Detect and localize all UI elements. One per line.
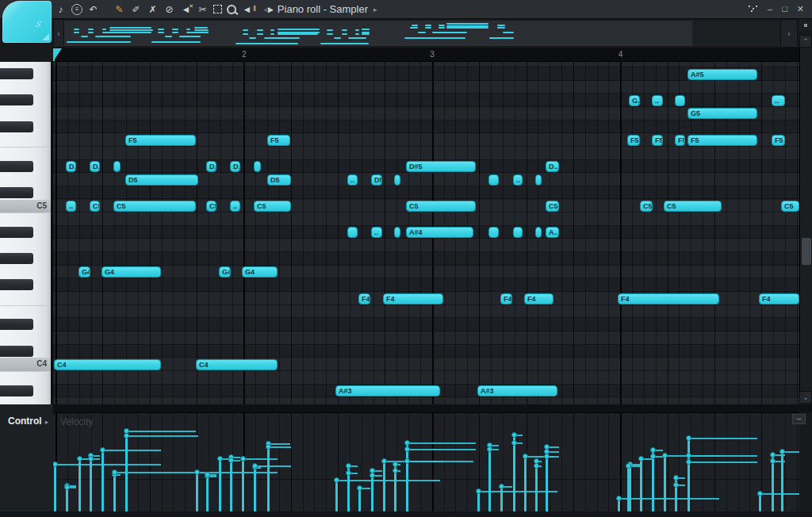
midi-note[interactable]: G4 xyxy=(219,266,231,278)
midi-note[interactable]: F4 xyxy=(618,293,719,304)
midi-note[interactable]: F5 xyxy=(267,135,290,146)
velocity-stem[interactable] xyxy=(688,437,690,511)
midi-note[interactable]: C5 xyxy=(664,201,722,212)
velocity-knob[interactable] xyxy=(64,484,70,490)
velocity-stem[interactable] xyxy=(664,454,666,511)
velocity-knob[interactable] xyxy=(346,470,351,476)
midi-note[interactable]: F4 xyxy=(524,293,553,304)
velocity-knob[interactable] xyxy=(662,453,668,458)
panel-divider[interactable] xyxy=(0,404,812,412)
midi-note[interactable]: F5 xyxy=(125,135,196,146)
midi-note[interactable]: F4 xyxy=(383,293,443,304)
piano-keyboard[interactable]: C5C4 xyxy=(0,62,53,404)
midi-note[interactable]: D#5 xyxy=(406,161,476,172)
velocity-stem[interactable] xyxy=(627,465,630,511)
velocity-stem[interactable] xyxy=(102,449,104,511)
velocity-knob[interactable] xyxy=(205,472,210,477)
minimize-button[interactable]: – xyxy=(768,5,772,13)
velocity-knob[interactable] xyxy=(252,463,258,469)
midi-note[interactable]: A.. xyxy=(546,227,559,238)
velocity-stem[interactable] xyxy=(513,442,515,512)
midi-note[interactable]: D.. xyxy=(546,161,559,172)
velocity-knob[interactable] xyxy=(266,444,271,450)
zoom-icon[interactable] xyxy=(227,5,236,14)
velocity-stem[interactable] xyxy=(524,455,527,511)
midi-note[interactable]: D5 xyxy=(125,174,198,186)
velocity-knob[interactable] xyxy=(487,446,492,452)
control-menu-button[interactable]: Control▸ xyxy=(8,416,48,427)
options-menu-icon[interactable]: ≡ xyxy=(71,4,82,15)
velocity-knob[interactable] xyxy=(616,496,622,501)
scroll-down-button[interactable]: ⌄ xyxy=(799,391,812,404)
velocity-stem[interactable] xyxy=(383,460,385,511)
midi-note[interactable]: .. xyxy=(347,174,358,186)
midi-note[interactable]: A#3 xyxy=(335,385,440,396)
piano-key-gs4[interactable] xyxy=(0,253,33,264)
midi-note[interactable]: F4 xyxy=(358,293,370,304)
midi-note[interactable] xyxy=(535,227,542,238)
vertical-scrollbar[interactable] xyxy=(799,48,812,404)
vertical-scrollbar-handle[interactable] xyxy=(802,238,811,265)
piano-key-as4[interactable] xyxy=(0,227,33,238)
piano-key-fs4[interactable] xyxy=(0,279,33,290)
velocity-stem[interactable] xyxy=(335,479,338,511)
piano-roll-corner-handle[interactable]: 𝑠 xyxy=(2,1,52,43)
detach-button[interactable] xyxy=(749,6,758,13)
midi-note[interactable]: C5 xyxy=(254,201,291,212)
velocity-stem[interactable] xyxy=(675,484,677,511)
brush-icon[interactable]: ✐ xyxy=(130,3,142,16)
velocity-knob[interactable] xyxy=(673,475,679,481)
midi-note[interactable]: D5 xyxy=(267,174,291,186)
velocity-knob[interactable] xyxy=(544,454,550,459)
velocity-knob[interactable] xyxy=(346,463,351,469)
piano-key-as3[interactable] xyxy=(0,385,33,396)
velocity-knob[interactable] xyxy=(523,454,528,459)
velocity-stem[interactable] xyxy=(652,455,654,511)
midi-note[interactable] xyxy=(394,174,400,186)
midi-note[interactable]: D.. xyxy=(66,161,76,172)
piano-key-c4[interactable]: C4 xyxy=(0,358,51,371)
midi-note[interactable]: .. xyxy=(230,201,240,212)
midi-note[interactable]: .. xyxy=(652,95,663,106)
timeline-ruler[interactable]: 234 xyxy=(53,48,799,62)
midi-note[interactable]: C4 xyxy=(54,359,161,370)
mute-notes-icon[interactable]: ⊘ xyxy=(163,3,175,16)
midi-note[interactable]: C5 xyxy=(206,201,216,212)
midi-note[interactable] xyxy=(488,174,499,186)
velocity-stem[interactable] xyxy=(196,471,198,511)
velocity-knob[interactable] xyxy=(194,469,200,475)
midi-note[interactable] xyxy=(488,227,499,238)
velocity-knob[interactable] xyxy=(673,482,679,488)
velocity-knob[interactable] xyxy=(626,463,631,469)
velocity-knob[interactable] xyxy=(650,454,656,459)
playback-icon[interactable]: ◄ xyxy=(241,3,253,16)
midi-note[interactable]: .. xyxy=(66,201,76,212)
velocity-knob[interactable] xyxy=(393,461,398,467)
velocity-knob[interactable] xyxy=(770,452,776,458)
piano-key-c5[interactable]: C5 xyxy=(0,200,51,213)
mute-speaker-icon[interactable]: ◄ xyxy=(180,3,192,16)
minimap[interactable] xyxy=(64,21,780,46)
minimap-scroll-left-button[interactable]: ‹ xyxy=(53,19,64,48)
midi-note[interactable]: C4 xyxy=(196,359,278,370)
velocity-knob[interactable] xyxy=(499,484,504,489)
midi-note[interactable]: A#3 xyxy=(477,385,557,396)
close-button[interactable]: ✕ xyxy=(797,5,804,13)
slice-icon[interactable]: ✂ xyxy=(197,3,209,16)
midi-note[interactable]: G4 xyxy=(102,266,161,278)
velocity-knob[interactable] xyxy=(686,453,691,458)
velocity-knob[interactable] xyxy=(357,485,362,491)
velocity-stem[interactable] xyxy=(90,458,92,511)
velocity-knob[interactable] xyxy=(511,432,517,438)
delete-draw-icon[interactable]: ✗ xyxy=(147,3,159,16)
maximize-button[interactable]: □ xyxy=(782,5,787,13)
velocity-knob[interactable] xyxy=(217,456,223,461)
velocity-knob[interactable] xyxy=(88,456,94,461)
stamp-note-icon[interactable]: ♪ xyxy=(55,3,67,16)
midi-note[interactable]: F5 xyxy=(772,135,785,146)
midi-note[interactable]: C5 xyxy=(546,201,559,212)
midi-note[interactable] xyxy=(675,95,685,106)
midi-note[interactable]: G4 xyxy=(242,266,278,278)
velocity-knob[interactable] xyxy=(476,488,481,494)
velocity-stem[interactable] xyxy=(113,471,116,511)
